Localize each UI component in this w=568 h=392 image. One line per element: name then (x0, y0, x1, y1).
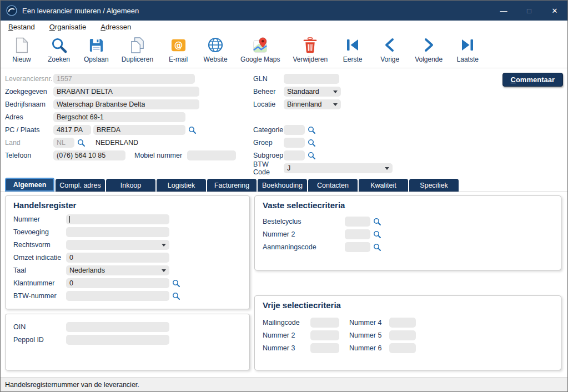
close-button[interactable]: ✕ (542, 1, 567, 21)
mailingcode-field[interactable] (310, 318, 339, 328)
hr-nummer-field[interactable] (66, 214, 169, 224)
tab-specifiek[interactable]: Specifiek (409, 179, 459, 192)
vs-nummer2-lookup-icon[interactable] (373, 230, 381, 239)
zoekgegeven-label: Zoekgegeven (5, 88, 53, 96)
toolbar-website-button[interactable]: Website (203, 36, 228, 63)
aanmaningscode-lookup-icon[interactable] (373, 243, 381, 252)
status-bar: Handelsregisternummer van de leverancier… (1, 377, 567, 391)
svg-text:@: @ (174, 41, 182, 51)
peppol-id-label: Peppol ID (13, 336, 66, 344)
mobiel-field[interactable] (187, 150, 236, 160)
groep-lookup-icon[interactable] (308, 139, 316, 147)
postcode-field[interactable]: 4817 PA (53, 125, 91, 135)
hr-btw-nummer-field[interactable] (66, 291, 169, 301)
toolbar-email-button[interactable]: @ E-mail (166, 36, 190, 63)
vr-nummer2-field[interactable] (310, 330, 339, 340)
commentaar-button[interactable]: Commentaar (502, 73, 563, 87)
tab-algemeen[interactable]: Algemeen (5, 178, 54, 192)
klantnummer-lookup-icon[interactable] (172, 279, 180, 288)
menu-adressen[interactable]: Adressen (100, 23, 131, 31)
toolbar-eerste-button[interactable]: Eerste (340, 36, 365, 63)
land-lookup-icon[interactable] (77, 139, 86, 147)
duplicate-icon (129, 36, 145, 54)
land-naam-text: NEDERLAND (95, 139, 138, 147)
row-hr-rechtsvorm: Rechtsvorm (13, 240, 249, 250)
toolbar-google-maps-button[interactable]: Google Maps (240, 36, 280, 63)
tab-contacten[interactable]: Contacten (308, 179, 358, 192)
groep-label: Groep (253, 139, 284, 147)
hr-omzet-label: Omzet indicatie (13, 254, 66, 262)
plaats-field[interactable]: BREDA (93, 125, 185, 135)
toolbar-dupliceren-button[interactable]: Dupliceren (122, 36, 153, 63)
bestelcyclus-lookup-icon[interactable] (373, 218, 381, 226)
vr-nummer4-field[interactable] (389, 318, 416, 328)
row-locatie: Locatie Binnenland (253, 99, 341, 109)
vr-nummer4-label: Nummer 4 (349, 319, 389, 326)
toolbar-opslaan-button[interactable]: Opslaan (84, 36, 109, 63)
plaats-lookup-icon[interactable] (188, 126, 197, 134)
groep-field[interactable] (284, 138, 305, 148)
menu-bestand[interactable]: Bestand (8, 23, 35, 31)
menu-organisatie[interactable]: Organisatie (49, 23, 87, 31)
land-code-field[interactable]: NL (53, 138, 74, 148)
row-aanmaningscode: Aanmaningscode (263, 242, 561, 252)
bestelcyclus-field[interactable] (345, 217, 370, 227)
adres-field[interactable]: Bergschot 69-1 (53, 112, 185, 122)
tab-facturering[interactable]: Facturering (207, 179, 257, 192)
aanmaningscode-label: Aanmaningscode (263, 243, 345, 251)
tab-logistiek[interactable]: Logistiek (157, 179, 206, 192)
locatie-dropdown[interactable]: Binnenland (284, 99, 341, 109)
hr-rechtsvorm-dropdown[interactable] (66, 240, 169, 250)
beheer-label: Beheer (253, 88, 284, 96)
row-adres: Adres Bergschot 69-1 (5, 112, 185, 122)
tab-compl-adres[interactable]: Compl. adres (56, 179, 105, 192)
telefoon-field[interactable]: (076) 564 10 85 (53, 150, 125, 160)
minimize-button[interactable]: — (491, 1, 516, 21)
header-form: Leveranciersnr. 1557 Zoekgegeven BRABANT… (1, 68, 567, 177)
btw-nummer-lookup-icon[interactable] (172, 292, 180, 300)
app-window: Een leverancier muteren / Algemeen — □ ✕… (0, 0, 568, 392)
vaste-selectiecriteria-title: Vaste selectiecriteria (263, 200, 561, 210)
toolbar-vorige-button[interactable]: Vorige (378, 36, 402, 63)
hr-omzet-field[interactable]: 0 (66, 253, 169, 263)
bedrijfsnaam-field[interactable]: Waterschap Brabantse Delta (53, 99, 199, 109)
peppol-id-field[interactable] (66, 335, 169, 345)
vr-nummer6-field[interactable] (389, 343, 416, 353)
vr-nummer5-field[interactable] (389, 330, 416, 340)
subgroep-field[interactable] (284, 150, 305, 160)
vs-nummer2-field[interactable] (345, 229, 370, 239)
toolbar-verwijderen-button[interactable]: Verwijderen (293, 36, 328, 63)
row-zoekgegeven: Zoekgegeven BRABANT DELTA (5, 87, 199, 97)
tab-boekhouding[interactable]: Boekhouding (258, 179, 307, 192)
toolbar-nieuw-button[interactable]: Nieuw (9, 36, 34, 63)
mailingcode-label: Mailingcode (263, 319, 310, 326)
leveranciersnr-field[interactable]: 1557 (53, 74, 195, 84)
hr-klantnummer-label: Klantnummer (13, 279, 66, 287)
vr-nummer2-label: Nummer 2 (263, 331, 310, 339)
row-hr-toevoeging: Toevoeging (13, 227, 249, 237)
oin-field[interactable] (66, 322, 169, 332)
vr-nummer3-field[interactable] (310, 343, 339, 353)
hr-btw-nummer-label: BTW-nummer (13, 292, 66, 300)
categorie-lookup-icon[interactable] (308, 126, 316, 134)
oin-label: OIN (13, 323, 66, 331)
hr-klantnummer-field[interactable]: 0 (66, 278, 169, 288)
zoekgegeven-field[interactable]: BRABANT DELTA (53, 87, 199, 97)
gln-field[interactable] (284, 74, 339, 84)
hr-toevoeging-field[interactable] (66, 227, 169, 237)
categorie-field[interactable] (284, 125, 305, 135)
telefoon-label: Telefoon (5, 152, 53, 159)
email-icon: @ (170, 36, 187, 54)
btw-code-dropdown[interactable]: J (284, 163, 393, 173)
tab-inkoop[interactable]: Inkoop (106, 179, 155, 192)
toolbar-laatste-button[interactable]: Laatste (455, 36, 480, 63)
tab-kwaliteit[interactable]: Kwaliteit (359, 179, 408, 192)
subgroep-lookup-icon[interactable] (308, 152, 316, 160)
aanmaningscode-field[interactable] (345, 242, 370, 252)
beheer-dropdown[interactable]: Standaard (284, 87, 341, 97)
toolbar-volgende-button[interactable]: Volgende (415, 36, 443, 63)
maximize-button[interactable]: □ (516, 1, 542, 21)
vrije-selectiecriteria-panel: Vrije selectiecriteria Mailingcode Numme… (254, 295, 561, 370)
toolbar-zoeken-button[interactable]: Zoeken (47, 36, 71, 63)
hr-taal-dropdown[interactable]: Nederlands (66, 265, 169, 275)
